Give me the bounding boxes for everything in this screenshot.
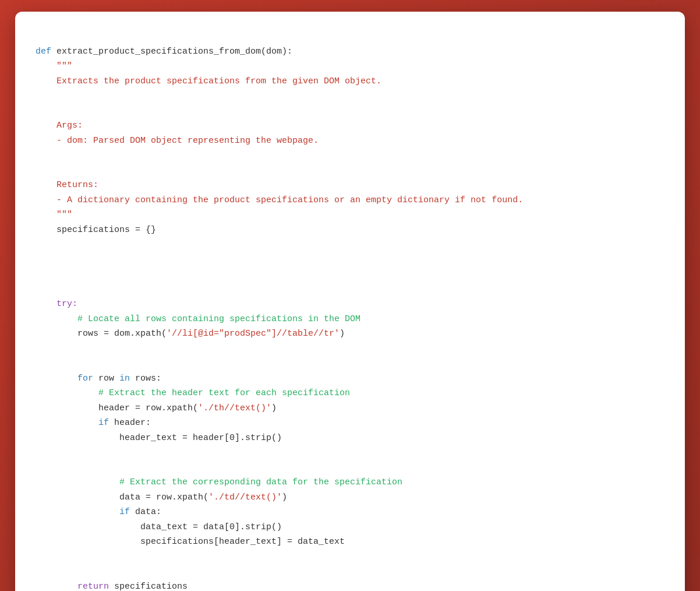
line-docstring-dom: - dom: Parsed DOM object representing th… bbox=[36, 136, 319, 146]
line-docstring-open: """ bbox=[36, 61, 72, 71]
line-data-text: data_text = data[0].strip() bbox=[36, 522, 282, 532]
line-rows: rows = dom.xpath('//li[@id="prodSpec"]//… bbox=[36, 329, 345, 339]
line-header: header = row.xpath('./th//text()') bbox=[36, 403, 277, 413]
code-container: def extract_product_specifications_from_… bbox=[15, 12, 685, 591]
line-docstring-1: Extracts the product specifications from… bbox=[36, 76, 381, 86]
line-if-data: if data: bbox=[36, 507, 161, 517]
line-data: data = row.xpath('./td//text()') bbox=[36, 492, 287, 502]
empty-line-4 bbox=[36, 267, 664, 282]
line-try: try: bbox=[36, 299, 77, 309]
empty-line-2 bbox=[36, 148, 664, 163]
line-return-specs: return specifications bbox=[36, 582, 188, 592]
line-docstring-args: Args: bbox=[36, 121, 83, 131]
line-comment-locate: # Locate all rows containing specificati… bbox=[36, 314, 360, 324]
line-docstring-returns: Returns: bbox=[36, 180, 98, 190]
empty-line-3 bbox=[36, 237, 664, 252]
line-comment-data: # Extract the corresponding data for the… bbox=[36, 477, 402, 487]
line-comment-header: # Extract the header text for each speci… bbox=[36, 388, 350, 398]
line-header-text: header_text = header[0].strip() bbox=[36, 433, 282, 443]
line-for: for row in rows: bbox=[36, 374, 161, 384]
line-docstring-close: """ bbox=[36, 210, 72, 220]
empty-line-6 bbox=[36, 445, 664, 460]
code-block: def extract_product_specifications_from_… bbox=[36, 29, 664, 591]
line-docstring-dict: - A dictionary containing the product sp… bbox=[36, 195, 523, 205]
empty-line-5 bbox=[36, 342, 664, 357]
line-specs-init: specifications = {} bbox=[36, 225, 156, 235]
empty-line-1 bbox=[36, 89, 664, 104]
empty-line-7 bbox=[36, 550, 664, 565]
line-def: def extract_product_specifications_from_… bbox=[36, 47, 292, 57]
line-if-header: if header: bbox=[36, 418, 151, 428]
line-specs-assign: specifications[header_text] = data_text bbox=[36, 537, 345, 547]
